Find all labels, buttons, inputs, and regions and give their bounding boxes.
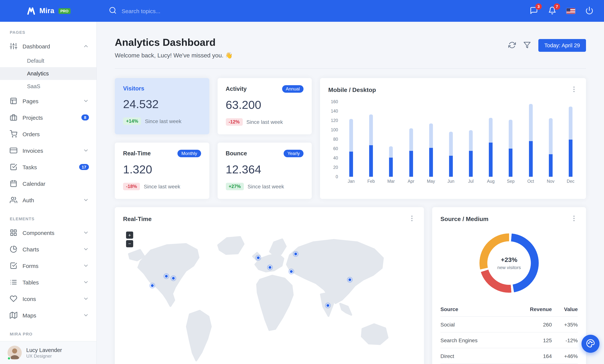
sidebar-item-icons[interactable]: Icons bbox=[0, 290, 96, 307]
source-cell: Social bbox=[440, 316, 510, 332]
bar-may[interactable]: May bbox=[426, 102, 436, 177]
map-card-title: Real-Time bbox=[123, 216, 151, 222]
sidebar-item-dashboard[interactable]: Dashboard bbox=[0, 38, 96, 54]
bar-segment-mobile bbox=[489, 143, 492, 177]
bar-jul[interactable]: Jul bbox=[466, 102, 476, 177]
bar-feb[interactable]: Feb bbox=[366, 102, 376, 177]
stat-period-badge[interactable]: Yearly bbox=[284, 150, 303, 157]
refresh-button[interactable] bbox=[508, 41, 516, 50]
stat-card-bounce[interactable]: Bounce Yearly 12.364 +27% Since last wee… bbox=[217, 143, 312, 199]
bar-jan[interactable]: Jan bbox=[346, 102, 356, 177]
card-menu-button[interactable] bbox=[570, 215, 578, 223]
bar-segment-desktop bbox=[389, 146, 393, 158]
bar-dec[interactable]: Dec bbox=[566, 102, 576, 177]
search-input[interactable] bbox=[121, 7, 226, 14]
map-zoom-in-button[interactable]: + bbox=[126, 232, 133, 239]
stat-cards: Visitors 24.532 +14% Since last week Act… bbox=[115, 78, 312, 199]
map-marker[interactable] bbox=[294, 252, 297, 256]
sidebar-item-auth[interactable]: Auth bbox=[0, 192, 96, 208]
sidebar-item-maps[interactable]: Maps bbox=[0, 307, 96, 324]
sidebar-item-tables[interactable]: Tables bbox=[0, 274, 96, 290]
brand[interactable]: Mira PRO bbox=[0, 6, 97, 16]
stat-title: Bounce bbox=[226, 150, 247, 157]
map-marker[interactable] bbox=[151, 284, 154, 287]
card-menu-button[interactable] bbox=[570, 86, 578, 94]
sidebar-subitem-analytics[interactable]: Analytics bbox=[0, 67, 96, 80]
map-marker[interactable] bbox=[257, 256, 260, 259]
bar-segment-mobile bbox=[569, 140, 572, 177]
sidebar-subitem-saas[interactable]: SaaS bbox=[0, 80, 96, 93]
messages-button[interactable]: 3 bbox=[530, 6, 538, 16]
value-cell: +35% bbox=[552, 316, 578, 332]
date-range-button[interactable]: Today: April 29 bbox=[538, 39, 586, 52]
card-menu-button[interactable] bbox=[408, 215, 416, 223]
palette-icon bbox=[586, 339, 595, 349]
map-icon bbox=[10, 312, 17, 319]
sidebar-item-pages[interactable]: Pages bbox=[0, 93, 96, 109]
pro-badge: PRO bbox=[59, 8, 70, 14]
sidebar-item-components[interactable]: Components bbox=[0, 224, 96, 241]
sign-out-button[interactable] bbox=[585, 6, 593, 16]
revenue-cell: 164 bbox=[510, 348, 552, 364]
users-icon bbox=[10, 196, 17, 204]
power-icon bbox=[585, 6, 593, 16]
revenue-cell: 125 bbox=[510, 332, 552, 348]
stat-card-real-time[interactable]: Real-Time Monthly 1.320 -18% Since last … bbox=[115, 143, 209, 199]
chevron-down-icon bbox=[83, 197, 89, 203]
bar-aug[interactable]: Aug bbox=[486, 102, 496, 177]
sidebar-item-invoices[interactable]: Invoices bbox=[0, 142, 96, 159]
filter-icon bbox=[523, 41, 531, 50]
map-marker[interactable] bbox=[326, 304, 329, 307]
bar-oct[interactable]: Oct bbox=[526, 102, 536, 177]
layout-icon bbox=[10, 97, 17, 105]
map-marker[interactable] bbox=[172, 276, 175, 280]
sidebar-subitem-default[interactable]: Default bbox=[0, 54, 96, 67]
stacked-bar-chart: 020406080100120140160 JanFebMarAprMayJun… bbox=[328, 102, 578, 189]
bar-sep[interactable]: Sep bbox=[506, 102, 516, 177]
bar-nov[interactable]: Nov bbox=[546, 102, 555, 177]
stat-period-badge[interactable]: Monthly bbox=[178, 150, 201, 157]
map-marker[interactable] bbox=[268, 266, 272, 269]
bar-mar[interactable]: Mar bbox=[386, 102, 396, 177]
stat-note: Since last week bbox=[144, 184, 180, 189]
sidebar-user-card[interactable]: Lucy Lavender UX Designer bbox=[0, 341, 96, 364]
stat-value: 1.320 bbox=[123, 163, 201, 176]
map-marker[interactable] bbox=[348, 278, 351, 281]
kebab-icon bbox=[408, 215, 416, 223]
stat-card-activity[interactable]: Activity Annual 63.200 -12% Since last w… bbox=[217, 78, 312, 134]
us-flag-icon[interactable] bbox=[566, 8, 575, 14]
column-header-revenue[interactable]: Revenue bbox=[510, 302, 552, 316]
sidebar: PAGESDashboardDefaultAnalyticsSaaSPagesP… bbox=[0, 22, 97, 364]
y-axis-label: 40 bbox=[333, 156, 338, 160]
column-header-source[interactable]: Source bbox=[440, 302, 510, 316]
theme-settings-button[interactable] bbox=[581, 335, 600, 353]
sidebar-item-forms[interactable]: Forms bbox=[0, 257, 96, 274]
donut-center-sublabel: new visitors bbox=[497, 265, 521, 270]
stat-card-visitors[interactable]: Visitors 24.532 +14% Since last week bbox=[115, 78, 209, 134]
world-map[interactable]: + − bbox=[123, 227, 416, 364]
source-card-title: Source / Medium bbox=[440, 216, 489, 222]
page-subtitle: Welcome back, Lucy! We've missed you. 👋 bbox=[115, 52, 233, 59]
navbar-search bbox=[109, 6, 530, 16]
bar-jun[interactable]: Jun bbox=[446, 102, 456, 177]
bar-segment-desktop bbox=[489, 118, 492, 143]
column-header-value[interactable]: Value bbox=[552, 302, 578, 316]
top-navbar: Mira PRO 3 7 bbox=[0, 0, 604, 22]
sidebar-item-orders[interactable]: Orders bbox=[0, 126, 96, 142]
sidebar-item-calendar[interactable]: Calendar bbox=[0, 175, 96, 192]
sidebar-item-label: Tasks bbox=[23, 164, 74, 170]
map-marker[interactable] bbox=[289, 270, 293, 273]
sidebar-item-projects[interactable]: Projects8 bbox=[0, 109, 96, 126]
bar-apr[interactable]: Apr bbox=[406, 102, 416, 177]
filter-button[interactable] bbox=[523, 41, 531, 50]
map-zoom-out-button[interactable]: − bbox=[126, 240, 133, 247]
chevron-up-icon bbox=[83, 43, 89, 49]
notifications-button[interactable]: 7 bbox=[548, 6, 556, 16]
bar-segment-desktop bbox=[349, 119, 353, 151]
stat-period-badge[interactable]: Annual bbox=[282, 85, 303, 93]
mira-logo-icon bbox=[26, 6, 36, 16]
map-marker[interactable] bbox=[165, 275, 168, 278]
y-axis-label: 20 bbox=[333, 165, 338, 170]
sidebar-item-tasks[interactable]: Tasks17 bbox=[0, 159, 96, 175]
sidebar-item-charts[interactable]: Charts bbox=[0, 241, 96, 257]
